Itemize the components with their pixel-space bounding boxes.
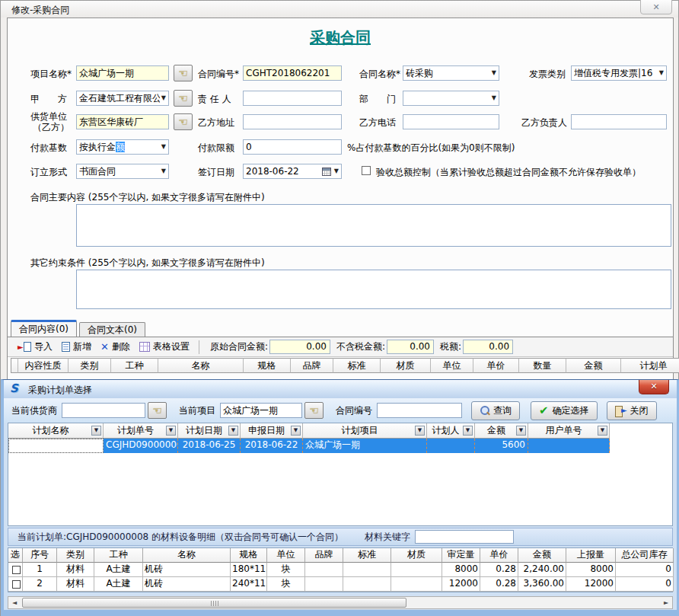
row-checkbox[interactable] <box>12 566 21 574</box>
column-header[interactable]: 单价 <box>480 548 518 563</box>
sign-date-picker[interactable]: 2018-06-22 ▼ <box>243 164 342 179</box>
table-cell[interactable]: 众城广场一期 <box>303 439 427 453</box>
dialog-close-button[interactable]: ✕ <box>639 380 669 394</box>
column-header[interactable]: 申报日期▼ <box>241 423 303 439</box>
table-cell[interactable] <box>427 439 475 453</box>
column-header[interactable]: 工种 <box>94 548 143 563</box>
delete-button[interactable]: ✕ 删除 <box>96 339 135 355</box>
column-header[interactable]: 单价 <box>473 358 519 373</box>
table-settings-button[interactable]: 表格设置 <box>135 339 194 355</box>
column-header[interactable]: 单位 <box>431 358 473 373</box>
column-header[interactable]: 单位 <box>267 548 305 563</box>
column-header[interactable]: 上报量 <box>566 548 616 563</box>
column-header[interactable]: 计划日期▼ <box>178 423 241 439</box>
column-header[interactable]: 计划单号▼ <box>104 423 178 439</box>
column-header[interactable]: 计划人▼ <box>427 423 475 439</box>
filter-dropdown-icon[interactable]: ▼ <box>291 426 301 436</box>
filter-dropdown-icon[interactable]: ▼ <box>516 426 526 436</box>
column-header[interactable]: 金额 <box>566 358 621 373</box>
project-input[interactable]: 众城广场一期 <box>76 65 169 81</box>
column-header[interactable]: 选 <box>8 548 23 563</box>
column-header[interactable]: 计划单 <box>621 358 679 373</box>
table-cell[interactable] <box>528 439 610 453</box>
column-header[interactable]: 用户单号▼ <box>528 423 610 439</box>
original-amount-input[interactable]: 0.00 <box>269 340 330 354</box>
scroll-right-arrow[interactable]: ► <box>660 597 672 608</box>
supplier-picker-button[interactable]: ☜ <box>148 402 167 419</box>
scrollbar-thumb[interactable] <box>22 598 406 608</box>
project-picker-button[interactable]: ☜ <box>174 65 193 81</box>
column-header[interactable]: 金额▼ <box>475 423 528 439</box>
filter-dropdown-icon[interactable]: ▼ <box>166 426 176 436</box>
column-header[interactable]: 审定量 <box>442 548 480 563</box>
column-header[interactable]: 计划项目▼ <box>303 423 427 439</box>
table-row[interactable]: 1材料A土建机砖180*115*块80000.282,240.0080000 <box>8 563 672 577</box>
table-cell[interactable] <box>8 439 104 453</box>
current-project-input[interactable]: 众城广场一期 <box>220 403 302 418</box>
add-button[interactable]: 新增 <box>57 339 96 355</box>
column-header[interactable]: 品牌 <box>305 548 343 563</box>
column-header[interactable]: 计划名称▼ <box>8 423 104 439</box>
horizontal-scrollbar[interactable]: ◄ ► <box>8 596 673 609</box>
party-a-picker-button[interactable]: ☜ <box>174 90 193 107</box>
filter-dropdown-icon[interactable]: ▼ <box>91 426 101 436</box>
acceptance-total-checkbox[interactable] <box>362 166 371 175</box>
filter-dropdown-icon[interactable]: ▼ <box>598 426 607 436</box>
party-b-phone-input[interactable] <box>403 114 499 129</box>
tab-contract-text[interactable]: 合同文本(0) <box>79 322 145 337</box>
column-header[interactable]: 标准 <box>333 358 381 373</box>
column-header[interactable]: 材质 <box>391 548 442 563</box>
supplier-picker-button[interactable]: ☜ <box>174 113 193 130</box>
main-content-textarea[interactable] <box>76 204 671 247</box>
scroll-left-arrow[interactable]: ◄ <box>8 597 21 608</box>
close-button[interactable]: ► 关闭 <box>607 401 657 420</box>
confirm-select-button[interactable]: ✔ 确定选择 <box>531 401 598 420</box>
plan-grid-selected-row[interactable]: CGJHD0900000082018-06-252018-06-22众城广场一期… <box>8 439 672 453</box>
column-header[interactable]: 序号 <box>23 548 57 563</box>
payment-limit-input[interactable]: 0 <box>243 139 342 155</box>
invoice-type-select[interactable]: 增值税专用发票|16 ▼ <box>571 65 667 81</box>
contract-no-input[interactable]: CGHT2018062201 <box>243 65 342 81</box>
department-select[interactable]: ▼ <box>403 91 499 106</box>
filter-dropdown-icon[interactable]: ▼ <box>415 426 425 436</box>
column-header[interactable]: 材质 <box>381 358 431 373</box>
column-header[interactable]: 名称 <box>143 548 231 563</box>
contract-name-select[interactable]: 砖采购 ▼ <box>403 65 499 81</box>
party-a-select[interactable]: 金石建筑工程有限公 ▼ <box>76 91 169 106</box>
project-picker-button[interactable]: ☜ <box>304 402 324 419</box>
payment-base-select[interactable]: 按执行金额 ▼ <box>76 139 169 155</box>
supplier-input[interactable]: 东营区华康砖厂 <box>76 114 169 129</box>
table-cell[interactable]: 2018-06-22 <box>241 439 303 453</box>
column-header[interactable]: 规格 <box>244 358 291 373</box>
table-row[interactable]: 2材料A土建机砖240*115*块120000.283,360.00120000 <box>8 577 672 592</box>
form-type-select[interactable]: 书面合同 ▼ <box>76 164 169 179</box>
responsible-input[interactable] <box>243 91 342 106</box>
column-header[interactable]: 名称 <box>158 358 244 373</box>
party-b-address-input[interactable] <box>243 114 342 129</box>
table-cell[interactable]: 2018-06-25 <box>178 439 241 453</box>
current-supplier-input[interactable] <box>62 403 145 418</box>
tab-contract-content[interactable]: 合同内容(0) <box>11 320 77 337</box>
column-header[interactable]: 规格 <box>231 548 267 563</box>
other-terms-textarea[interactable] <box>76 270 671 309</box>
table-cell[interactable]: 5600 <box>475 439 528 453</box>
column-header[interactable]: 标准 <box>343 548 391 563</box>
import-button[interactable]: ► 导入 <box>14 339 57 355</box>
tax-amount-input[interactable]: 0.00 <box>463 340 513 354</box>
row-checkbox[interactable] <box>12 580 21 589</box>
column-header[interactable]: 内容性质 <box>18 358 69 373</box>
window-close-button[interactable]: ✕ <box>640 0 672 14</box>
column-header[interactable]: 总公司库存 <box>616 548 674 563</box>
contract-no-input[interactable] <box>377 403 462 418</box>
material-keyword-input[interactable] <box>415 530 514 544</box>
query-button[interactable]: 查询 <box>471 401 520 420</box>
column-header[interactable]: 工种 <box>111 358 158 373</box>
column-header[interactable]: 品牌 <box>291 358 333 373</box>
column-header[interactable]: 类别 <box>57 548 94 563</box>
filter-dropdown-icon[interactable]: ▼ <box>228 426 238 436</box>
untaxed-amount-input[interactable]: 0.00 <box>387 340 434 354</box>
filter-dropdown-icon[interactable]: ▼ <box>463 426 473 436</box>
column-header[interactable]: 类别 <box>69 358 111 373</box>
column-header[interactable]: 金额 <box>518 548 566 563</box>
column-header[interactable]: 数量 <box>519 358 566 373</box>
